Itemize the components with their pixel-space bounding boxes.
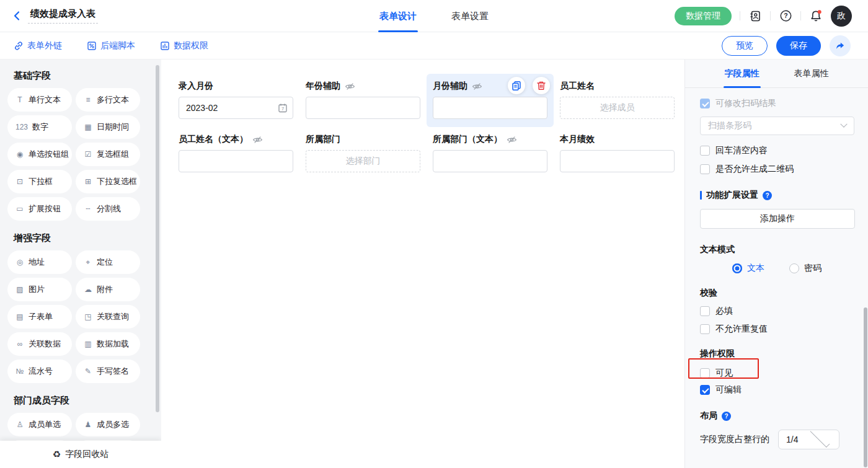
- field-type-pill[interactable]: ▨ 图片: [7, 278, 72, 301]
- layout-section: 布局 ?: [700, 410, 854, 422]
- field-type-pill[interactable]: ♟ 成员多选: [76, 413, 140, 436]
- section-title-enhanced-fields: 增强字段: [14, 232, 161, 244]
- tab-form-design[interactable]: 表单设计: [378, 0, 418, 32]
- field-type-pill[interactable]: ▦ 日期时间: [76, 115, 140, 139]
- form-title[interactable]: 绩效提成录入表: [28, 8, 98, 24]
- help-badge-icon[interactable]: ?: [763, 191, 772, 200]
- field-type-pill[interactable]: ☁ 附件: [76, 278, 140, 301]
- field-label: 员工姓名（文本）: [179, 134, 248, 145]
- header-tabs: 表单设计 表单设置: [378, 0, 490, 32]
- field-type-pill[interactable]: ╌ 分割线: [76, 197, 140, 221]
- backend-script-button[interactable]: 后端脚本: [87, 40, 135, 51]
- field-type-pill[interactable]: ✎ 手写签名: [76, 360, 140, 383]
- add-action-button[interactable]: 添加操作: [700, 209, 855, 229]
- allow-qrcode-checkbox[interactable]: [700, 164, 710, 174]
- field-type-pill[interactable]: ⊡ 下拉框: [7, 170, 72, 193]
- divider: [740, 11, 740, 20]
- field-input[interactable]: [560, 150, 675, 172]
- notification-bell-icon[interactable]: [809, 9, 823, 23]
- data-manage-button[interactable]: 数据管理: [675, 7, 732, 25]
- field-type-pill[interactable]: ▥ 数据加载: [76, 332, 140, 356]
- no-duplicate-checkbox[interactable]: [700, 324, 710, 334]
- back-button[interactable]: [11, 10, 23, 22]
- field-type-pill[interactable]: ◳ 关联查询: [76, 305, 140, 329]
- field-type-icon: ◎: [16, 258, 24, 267]
- preview-button[interactable]: 预览: [722, 36, 768, 56]
- canvas-field[interactable]: 月份辅助: [427, 74, 554, 127]
- field-input[interactable]: [433, 97, 547, 119]
- field-label: 所属部门: [306, 134, 340, 145]
- field-type-pill[interactable]: ◎ 地址: [7, 250, 72, 274]
- tab-form-properties[interactable]: 表单属性: [794, 60, 829, 88]
- field-input[interactable]: [306, 97, 420, 119]
- field-type-icon: ☁: [84, 285, 92, 294]
- enter-clear-checkbox[interactable]: [700, 146, 710, 156]
- contacts-book-icon[interactable]: [748, 9, 762, 23]
- canvas-field[interactable]: 员工姓名 选择成员: [554, 74, 681, 127]
- help-icon[interactable]: ?: [779, 9, 792, 23]
- canvas-field[interactable]: 年份辅助: [299, 74, 427, 127]
- field-type-pill[interactable]: ☑ 复选框组: [76, 143, 140, 166]
- calendar-icon[interactable]: 7: [278, 103, 288, 115]
- field-type-pill[interactable]: ⌖ 定位: [76, 250, 140, 274]
- divider: [770, 11, 771, 20]
- field-type-pill[interactable]: ▭ 扩展按钮: [7, 197, 72, 221]
- field-input[interactable]: [433, 150, 547, 172]
- field-type-icon: T: [16, 95, 24, 104]
- editable-checkbox[interactable]: [700, 385, 710, 395]
- delete-field-button[interactable]: [533, 77, 550, 94]
- field-type-pill[interactable]: № 流水号: [7, 360, 72, 383]
- panel-scrollbar[interactable]: [864, 307, 867, 467]
- field-type-pill[interactable]: ⊞ 下拉复选框: [76, 170, 140, 193]
- canvas-field[interactable]: 录入月份 7: [172, 74, 299, 127]
- form-design-canvas: 录入月份 7 年份辅助: [161, 60, 684, 468]
- field-type-pill[interactable]: ◉ 单选按钮组: [7, 143, 72, 166]
- field-type-icon: ∞: [16, 340, 24, 348]
- field-recycle-bin-button[interactable]: ♻ 字段回收站: [0, 441, 161, 468]
- tab-form-settings[interactable]: 表单设置: [450, 0, 490, 32]
- field-type-pill[interactable]: 123 数字: [7, 115, 72, 139]
- field-type-icon: №: [16, 367, 24, 376]
- field-type-pill[interactable]: ∞ 关联数据: [7, 332, 72, 356]
- hidden-eye-icon: [472, 82, 482, 91]
- canvas-field-grid: 录入月份 7 年份辅助: [161, 60, 684, 180]
- modify-scan-result-checkbox[interactable]: [700, 99, 710, 108]
- field-type-pill[interactable]: T 单行文本: [7, 88, 72, 112]
- help-badge-icon[interactable]: ?: [722, 412, 731, 421]
- canvas-field[interactable]: 本月绩效: [554, 127, 681, 180]
- canvas-field[interactable]: 所属部门 选择部门: [299, 127, 427, 180]
- dept-member-fields-list: ♙ 成员单选 ♟ 成员多选: [7, 413, 154, 436]
- script-icon: [87, 41, 97, 51]
- field-input[interactable]: [179, 150, 293, 172]
- svg-text:7: 7: [281, 106, 284, 112]
- field-actions: [508, 77, 550, 94]
- form-external-link-button[interactable]: 表单外链: [14, 40, 62, 51]
- field-type-pill[interactable]: ♙ 成员单选: [7, 413, 72, 436]
- field-type-icon: ✎: [84, 367, 92, 376]
- field-type-icon: ▨: [16, 285, 24, 294]
- field-input[interactable]: [179, 97, 293, 119]
- visible-checkbox[interactable]: [700, 368, 710, 378]
- copy-field-button[interactable]: [508, 77, 525, 94]
- radio-password-mode[interactable]: 密码: [789, 263, 822, 274]
- enhanced-fields-list: ◎ 地址 ⌖ 定位 ▨ 图片 ☁ 附件: [7, 250, 154, 383]
- field-width-select[interactable]: 1/4: [778, 430, 839, 449]
- field-picker[interactable]: 选择成员: [560, 97, 675, 119]
- canvas-field[interactable]: 员工姓名（文本）: [172, 127, 299, 180]
- required-checkbox[interactable]: [700, 306, 710, 316]
- section-title-dept-member-fields: 部门成员字段: [14, 394, 161, 407]
- divider: [800, 11, 801, 20]
- field-type-pill[interactable]: ▤ 子表单: [7, 305, 72, 329]
- scan-type-select[interactable]: 扫描条形码: [700, 117, 854, 135]
- data-permission-button[interactable]: 数据权限: [160, 40, 208, 51]
- user-avatar[interactable]: 政: [831, 6, 852, 27]
- sidebar-scrollbar[interactable]: [156, 65, 159, 412]
- radio-text-mode[interactable]: 文本: [732, 263, 764, 274]
- canvas-field[interactable]: 所属部门（文本）: [427, 127, 554, 180]
- save-button[interactable]: 保存: [776, 36, 821, 56]
- copy-icon: [512, 81, 521, 91]
- share-button[interactable]: [830, 35, 851, 56]
- field-picker[interactable]: 选择部门: [306, 150, 420, 172]
- field-type-pill[interactable]: ≡ 多行文本: [76, 88, 140, 112]
- tab-field-properties[interactable]: 字段属性: [725, 60, 760, 88]
